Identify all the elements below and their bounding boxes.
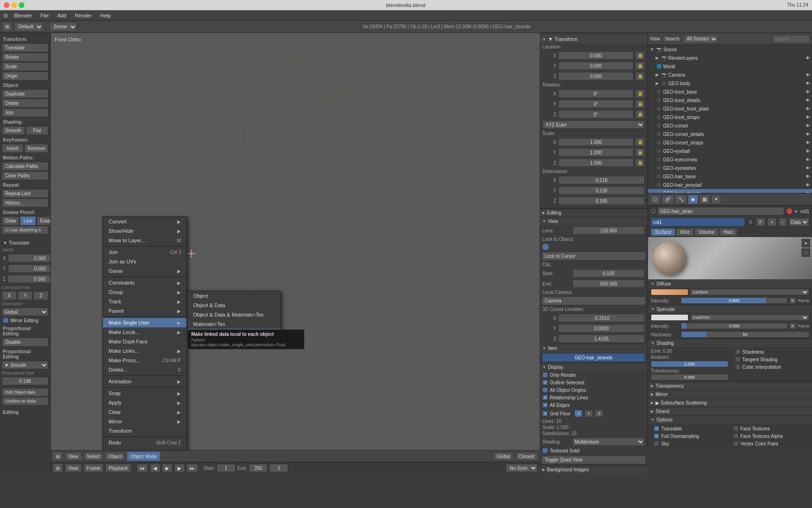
ctx-move-layer[interactable]: Move to Layer... M bbox=[103, 236, 187, 245]
sc-z-lock[interactable]: 🔒 bbox=[635, 159, 645, 167]
disable-prop-btn[interactable]: Disable bbox=[2, 338, 48, 347]
item-name-input[interactable] bbox=[542, 353, 645, 362]
item-fold[interactable]: ▼ Item bbox=[539, 344, 648, 352]
clip-start-input[interactable] bbox=[572, 269, 645, 278]
translate-z-input[interactable] bbox=[8, 275, 51, 283]
closest-btn[interactable]: Closest bbox=[515, 452, 538, 460]
cursor-x-input[interactable] bbox=[558, 314, 645, 322]
loc-y-input[interactable] bbox=[558, 62, 633, 70]
use-sketching-btn[interactable]: ☑ Use Sketching 5 bbox=[2, 226, 48, 234]
menu-file[interactable]: File bbox=[37, 12, 53, 19]
sc-y-lock[interactable]: 🔒 bbox=[635, 148, 645, 157]
calculate-paths-btn[interactable]: Calculate Paths bbox=[2, 162, 48, 171]
outliner-boot-fp[interactable]: ⬡ GEO-boot_front_plate 👁 bbox=[648, 104, 812, 113]
outliner-all-scenes[interactable]: All Scenes bbox=[683, 35, 718, 43]
outliner-corset[interactable]: ⬡ GEO-corset 👁 bbox=[648, 121, 812, 130]
vertex-color-paint-check[interactable] bbox=[733, 441, 739, 446]
outliner-search-input[interactable] bbox=[773, 35, 810, 43]
draw-btn[interactable]: Draw bbox=[2, 216, 19, 225]
mat-f-btn[interactable]: F bbox=[756, 218, 765, 226]
eyelashes-eye[interactable]: 👁 bbox=[805, 166, 810, 171]
hardness-slider[interactable]: 50 bbox=[681, 331, 809, 338]
volume-tab[interactable]: Volume bbox=[695, 228, 718, 236]
toggle-quad-view-btn[interactable]: Toggle Quad View bbox=[541, 455, 646, 464]
origin-btn[interactable]: Origin bbox=[2, 71, 48, 80]
sc-y-input[interactable] bbox=[558, 148, 633, 157]
ctx-constraints[interactable]: Constraints ▶ bbox=[103, 278, 187, 287]
dim-x-input[interactable] bbox=[558, 176, 645, 184]
sub-materials-tex[interactable]: Materials+Tex bbox=[187, 319, 281, 329]
transparency-fold[interactable]: ▶ Transparency bbox=[648, 381, 812, 390]
loc-z-lock[interactable]: 🔒 bbox=[635, 72, 645, 80]
lock-to-cursor-btn[interactable]: Lock to Cursor bbox=[541, 252, 646, 261]
global-select-btn[interactable]: Global bbox=[493, 452, 514, 460]
all-origins-check[interactable] bbox=[542, 387, 548, 393]
smooth-shade-btn[interactable]: Smooth bbox=[2, 126, 25, 135]
sub-object[interactable]: Object bbox=[187, 291, 281, 301]
timeline-view-btn[interactable]: View bbox=[65, 464, 82, 472]
traceable-check[interactable]: ✓ bbox=[654, 426, 659, 431]
outliner-renderlayers[interactable]: ▶ 📷 RenderLayers 👁 bbox=[648, 54, 812, 62]
ctx-transform[interactable]: Transform bbox=[103, 426, 187, 436]
rot-y-input[interactable] bbox=[558, 100, 633, 108]
orientation-select[interactable]: Global bbox=[2, 308, 48, 316]
ctx-snap[interactable]: Snap ▶ bbox=[103, 389, 187, 398]
tangent-shading-check[interactable] bbox=[735, 357, 741, 362]
menu-add[interactable]: Add bbox=[54, 12, 70, 19]
dim-y-input[interactable] bbox=[558, 186, 645, 195]
ctx-make-local[interactable]: Make Local... ▶ bbox=[103, 327, 187, 337]
rot-mode-select[interactable]: XYZ Euler bbox=[542, 120, 645, 129]
clear-paths-btn[interactable]: Clear Paths bbox=[2, 171, 48, 180]
shadeless-check[interactable] bbox=[735, 349, 741, 355]
insert-keyframe-btn[interactable]: Insert bbox=[2, 144, 23, 153]
outliner-scene[interactable]: ▼ 📷 Scene bbox=[648, 45, 812, 54]
translucency-slider[interactable]: 0.000 bbox=[651, 374, 728, 381]
x-axis-btn[interactable]: X bbox=[2, 291, 17, 300]
specular-intensity-slider[interactable]: 0.050 bbox=[681, 323, 788, 329]
specular-color-swatch[interactable] bbox=[651, 314, 688, 321]
mat-minus-btn[interactable]: - bbox=[779, 218, 787, 226]
timeline-playback-btn[interactable]: Playback bbox=[105, 464, 131, 472]
ambient-slider[interactable]: 1.000 bbox=[651, 361, 728, 367]
ctx-convert[interactable]: Convert ▶ bbox=[103, 217, 187, 226]
view-fold[interactable]: ▼ View bbox=[539, 217, 648, 225]
strand-fold[interactable]: ▶ Strand bbox=[648, 407, 812, 415]
outliner-corset-straps[interactable]: ⬡ GEO-corset_straps 👁 bbox=[648, 138, 812, 147]
jump-end-btn[interactable]: ⏭ bbox=[187, 464, 198, 472]
sky-check[interactable] bbox=[654, 441, 659, 446]
outliner-hair-base[interactable]: ⬡ GEO-hair_base 👁 bbox=[648, 172, 812, 181]
mat-data-select[interactable]: Data bbox=[789, 218, 809, 226]
menu-help[interactable]: Help bbox=[96, 12, 115, 19]
transform-header[interactable]: ▼ ▼ Transform bbox=[539, 35, 648, 43]
shading-fold[interactable]: ▼ Shading bbox=[648, 339, 812, 347]
minimize-button[interactable] bbox=[11, 2, 17, 8]
cursor-y-input[interactable] bbox=[558, 324, 645, 333]
history-btn[interactable]: History... bbox=[2, 198, 48, 207]
ctx-redo[interactable]: Redo Shift Cmd Z bbox=[103, 438, 187, 447]
ctx-make-links[interactable]: Make Links... ▶ bbox=[103, 346, 187, 356]
ctx-undo[interactable]: Undo Cmd Z bbox=[103, 447, 187, 450]
outliner-hair-ponytail[interactable]: ⬡ GEO-hair_ponytail 👁 bbox=[648, 181, 812, 189]
props-texture-icon[interactable]: ▦ bbox=[699, 195, 710, 204]
eyeball-eye[interactable]: 👁 bbox=[805, 149, 810, 154]
clip-end-input[interactable] bbox=[572, 279, 645, 288]
specular-fold[interactable]: ▼ Specular bbox=[648, 305, 812, 313]
outliner-corset-details[interactable]: ⬡ GEO-corset_details 👁 bbox=[648, 130, 812, 138]
ctx-delete[interactable]: Delete... X bbox=[103, 365, 187, 374]
delete-btn[interactable]: Delete bbox=[2, 99, 48, 108]
ctx-join-uvs[interactable]: Join as UVs bbox=[103, 257, 187, 266]
sub-object-data-mat[interactable]: Object & Data & Materials+Tex bbox=[187, 310, 281, 319]
boot-details-eye[interactable]: 👁 bbox=[805, 98, 810, 103]
diffuse-intensity-slider[interactable]: 0.800 bbox=[681, 297, 788, 304]
shading-mode-select[interactable]: Multitexture bbox=[572, 437, 645, 446]
close-button[interactable] bbox=[4, 2, 9, 8]
all-edges-check[interactable]: ✓ bbox=[542, 402, 548, 408]
ctx-make-single[interactable]: Make Single User ▶ bbox=[103, 318, 187, 327]
view-icon[interactable]: ⊞ bbox=[53, 452, 63, 461]
prev-frame-btn[interactable]: ◀ bbox=[150, 464, 160, 472]
translate-y-input[interactable] bbox=[8, 264, 51, 273]
ctx-mirror[interactable]: Mirror ▶ bbox=[103, 417, 187, 426]
ctx-clear[interactable]: Clear ▶ bbox=[103, 407, 187, 417]
outliner-search-btn[interactable]: Search bbox=[665, 36, 680, 41]
timeline-frame-btn[interactable]: Frame bbox=[84, 464, 104, 472]
